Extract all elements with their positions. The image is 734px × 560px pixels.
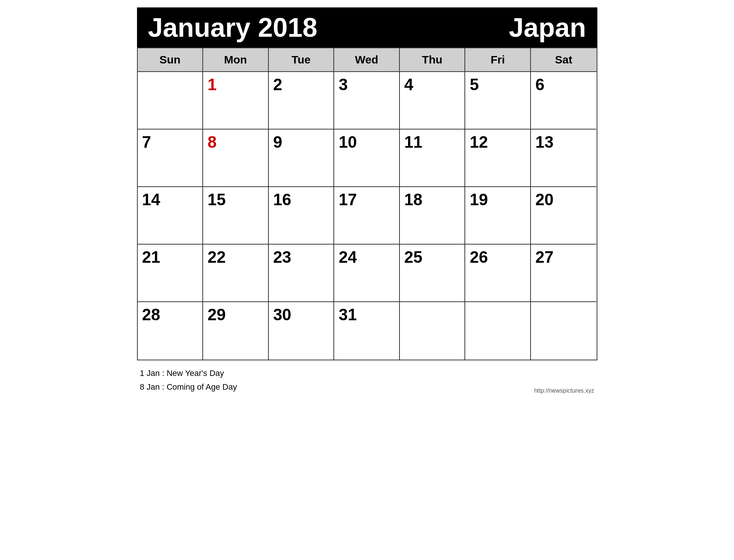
calendar-cell: 14 bbox=[138, 187, 203, 245]
day-number: 8 bbox=[208, 133, 216, 151]
calendar-cell: 22 bbox=[203, 245, 269, 302]
day-number: 28 bbox=[142, 305, 160, 324]
day-number: 7 bbox=[142, 133, 151, 151]
calendar-cell: 19 bbox=[465, 187, 531, 245]
day-number: 23 bbox=[273, 248, 291, 266]
calendar-cell: 28 bbox=[138, 302, 203, 360]
calendar-cell: 11 bbox=[400, 130, 466, 187]
calendar-container: January 2018 Japan Sun Mon Tue Wed Thu F… bbox=[137, 7, 597, 397]
dow-tue: Tue bbox=[269, 48, 335, 71]
calendar-cell: 1 bbox=[203, 72, 269, 130]
website-url: http://newspictures.xyz bbox=[534, 387, 594, 394]
calendar-cell: 21 bbox=[138, 245, 203, 302]
calendar-cell bbox=[531, 302, 597, 360]
day-number: 25 bbox=[404, 248, 423, 266]
calendar-cell: 13 bbox=[531, 130, 597, 187]
calendar-cell: 29 bbox=[203, 302, 269, 360]
calendar-cell: 4 bbox=[400, 72, 466, 130]
day-number: 12 bbox=[470, 133, 488, 151]
dow-wed: Wed bbox=[334, 48, 400, 71]
dow-sun: Sun bbox=[138, 48, 203, 71]
day-number: 31 bbox=[339, 305, 357, 324]
calendar-cell: 10 bbox=[334, 130, 400, 187]
calendar-cell: 30 bbox=[269, 302, 335, 360]
calendar-cell: 25 bbox=[400, 245, 466, 302]
calendar-grid: 1234567891011121314151617181920212223242… bbox=[137, 71, 597, 360]
day-number: 18 bbox=[404, 190, 423, 209]
calendar-cell: 7 bbox=[138, 130, 203, 187]
calendar-cell: 20 bbox=[531, 187, 597, 245]
calendar-cell bbox=[465, 302, 531, 360]
calendar-header: January 2018 Japan bbox=[137, 7, 597, 48]
day-number: 2 bbox=[273, 75, 282, 94]
calendar-cell: 24 bbox=[334, 245, 400, 302]
country-title: Japan bbox=[509, 14, 586, 41]
holiday-item: 8 Jan : Coming of Age Day bbox=[140, 380, 237, 394]
calendar-cell: 15 bbox=[203, 187, 269, 245]
calendar-cell: 8 bbox=[203, 130, 269, 187]
day-number: 22 bbox=[208, 248, 226, 266]
day-number: 5 bbox=[470, 75, 479, 94]
day-number: 3 bbox=[339, 75, 348, 94]
day-number: 6 bbox=[535, 75, 544, 94]
calendar-cell: 16 bbox=[269, 187, 335, 245]
day-number: 9 bbox=[273, 133, 282, 151]
day-number: 27 bbox=[535, 248, 554, 266]
calendar-cell: 9 bbox=[269, 130, 335, 187]
calendar-cell: 12 bbox=[465, 130, 531, 187]
calendar-cell: 26 bbox=[465, 245, 531, 302]
calendar-cell: 17 bbox=[334, 187, 400, 245]
calendar-cell bbox=[400, 302, 466, 360]
calendar-cell: 18 bbox=[400, 187, 466, 245]
day-number: 30 bbox=[273, 305, 291, 324]
day-number: 20 bbox=[535, 190, 554, 209]
day-number: 4 bbox=[404, 75, 413, 94]
calendar-cell bbox=[138, 72, 203, 130]
month-year-title: January 2018 bbox=[148, 14, 317, 41]
day-number: 15 bbox=[208, 190, 226, 209]
dow-thu: Thu bbox=[400, 48, 466, 71]
calendar-cell: 5 bbox=[465, 72, 531, 130]
calendar-cell: 23 bbox=[269, 245, 335, 302]
dow-mon: Mon bbox=[203, 48, 269, 71]
day-number: 1 bbox=[208, 75, 216, 94]
day-number: 29 bbox=[208, 305, 226, 324]
dow-fri: Fri bbox=[465, 48, 531, 71]
day-number: 13 bbox=[535, 133, 554, 151]
day-number: 10 bbox=[339, 133, 357, 151]
day-number: 26 bbox=[470, 248, 488, 266]
day-number: 11 bbox=[404, 133, 423, 151]
day-number: 16 bbox=[273, 190, 291, 209]
day-number: 14 bbox=[142, 190, 160, 209]
calendar-cell: 27 bbox=[531, 245, 597, 302]
calendar-footer: 1 Jan : New Year's Day8 Jan : Coming of … bbox=[137, 360, 597, 397]
holiday-list: 1 Jan : New Year's Day8 Jan : Coming of … bbox=[140, 366, 237, 394]
dow-sat: Sat bbox=[531, 48, 597, 71]
calendar-cell: 2 bbox=[269, 72, 335, 130]
holiday-item: 1 Jan : New Year's Day bbox=[140, 366, 237, 380]
day-number: 24 bbox=[339, 248, 357, 266]
calendar-cell: 3 bbox=[334, 72, 400, 130]
day-number: 21 bbox=[142, 248, 160, 266]
calendar-cell: 31 bbox=[334, 302, 400, 360]
days-of-week-row: Sun Mon Tue Wed Thu Fri Sat bbox=[137, 48, 597, 71]
calendar-cell: 6 bbox=[531, 72, 597, 130]
day-number: 19 bbox=[470, 190, 488, 209]
day-number: 17 bbox=[339, 190, 357, 209]
